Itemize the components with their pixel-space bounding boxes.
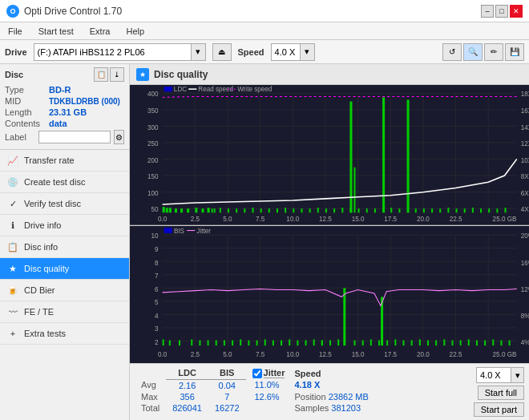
menu-file[interactable]: File (5, 25, 26, 38)
svg-text:12X: 12X (521, 140, 529, 147)
content-area: ★ Disc quality (130, 64, 529, 420)
svg-rect-159 (460, 340, 462, 345)
svg-text:3: 3 (155, 325, 159, 333)
ldc-header: LDC (166, 367, 208, 379)
svg-rect-128 (224, 340, 225, 345)
refresh-icon[interactable]: ↺ (442, 43, 462, 61)
svg-rect-41 (309, 208, 311, 212)
svg-rect-34 (252, 208, 253, 212)
svg-text:10: 10 (151, 232, 159, 240)
disc-section: Disc 📋 ⤓ Type BD-R MID TDKBLDRBB (000) L… (0, 64, 129, 150)
start-full-button[interactable]: Start full (478, 386, 524, 400)
stats-header-row: LDC BIS Jitter Speed (135, 367, 375, 379)
speed-selector[interactable]: 4.0 X ▾ (271, 43, 315, 61)
speed-select-arrow[interactable]: ▾ (511, 368, 523, 382)
speed-label-cell: Speed (288, 367, 374, 379)
svg-rect-51 (407, 100, 410, 213)
sidebar-item-extra-tests[interactable]: + Extra tests (0, 323, 129, 345)
svg-rect-162 (484, 340, 486, 345)
write-icon[interactable]: ✏ (484, 43, 503, 61)
eject-button[interactable]: ⏏ (212, 43, 232, 61)
svg-text:12.5: 12.5 (319, 350, 332, 358)
sidebar-item-label: Disc quality (24, 264, 69, 273)
sidebar-item-disc-info[interactable]: 📋 Disc info (0, 236, 129, 258)
label-input[interactable] (38, 131, 111, 143)
svg-rect-38 (285, 208, 286, 212)
svg-rect-40 (301, 208, 302, 212)
svg-rect-54 (390, 208, 392, 212)
disc-icon-2[interactable]: ⤓ (110, 67, 124, 82)
speed-dropdown-arrow[interactable]: ▾ (300, 44, 314, 60)
svg-rect-121 (163, 339, 164, 345)
jitter-checkbox[interactable] (252, 369, 262, 378)
disc-type-row: Type BD-R (5, 85, 124, 95)
menu-extra[interactable]: Extra (87, 25, 114, 38)
sidebar-item-create-test-disc[interactable]: 💿 Create test disc (0, 172, 129, 193)
sidebar-item-drive-info[interactable]: ℹ Drive info (0, 215, 129, 236)
svg-rect-44 (333, 208, 335, 212)
svg-rect-164 (500, 340, 502, 345)
menu-bar: File Start test Extra Help (0, 22, 529, 40)
svg-rect-65 (488, 208, 490, 212)
toolbar-icons: ↺ 🔍 ✏ 💾 (442, 43, 524, 61)
total-label: Total (135, 402, 166, 414)
svg-text:5: 5 (155, 298, 159, 306)
svg-text:4%: 4% (521, 337, 529, 345)
scan-icon[interactable]: 🔍 (463, 43, 483, 61)
menu-start-test[interactable]: Start test (35, 25, 77, 38)
svg-rect-30 (220, 208, 221, 212)
drive-dropdown-arrow[interactable]: ▾ (191, 44, 205, 60)
mid-value: TDKBLDRBB (000) (49, 97, 120, 106)
sidebar-item-label: Verify test disc (24, 199, 81, 208)
sidebar-item-cd-bier[interactable]: 🍺 CD Bier (0, 280, 129, 301)
empty-jitter-total (246, 402, 289, 414)
maximize-button[interactable]: □ (495, 5, 508, 18)
svg-rect-42 (317, 208, 319, 212)
window-controls: – □ ✕ (481, 5, 523, 18)
sidebar-item-label: CD Bier (24, 285, 55, 295)
svg-rect-67 (505, 208, 507, 212)
svg-rect-53 (374, 208, 376, 212)
transfer-rate-icon: 📈 (6, 154, 19, 167)
svg-rect-163 (492, 339, 494, 345)
svg-rect-28 (212, 208, 213, 212)
svg-rect-122 (169, 340, 171, 345)
svg-rect-141 (343, 288, 345, 345)
svg-text:6: 6 (155, 285, 159, 293)
minimize-button[interactable]: – (481, 5, 494, 18)
disc-quality-header-icon: ★ (136, 68, 149, 81)
max-bis: 7 (208, 391, 246, 402)
close-button[interactable]: ✕ (510, 5, 523, 18)
avg-label: Avg (135, 379, 166, 391)
disc-icon-1[interactable]: 📋 (94, 67, 108, 82)
svg-text:5.0: 5.0 (223, 350, 232, 358)
start-part-button[interactable]: Start part (474, 402, 524, 417)
svg-rect-142 (321, 340, 323, 345)
sidebar-item-disc-quality[interactable]: ★ Disc quality (0, 258, 129, 280)
speed-select-control[interactable]: 4.0 X ▾ (476, 367, 524, 383)
drive-selector[interactable]: (F:) ATAPI iHBS112 2 PL06 ▾ (34, 43, 206, 61)
menu-help[interactable]: Help (123, 25, 147, 38)
svg-text:2.5: 2.5 (191, 350, 200, 358)
svg-rect-158 (451, 340, 453, 345)
svg-rect-123 (179, 340, 180, 345)
svg-rect-147 (370, 339, 372, 345)
save-icon[interactable]: 💾 (505, 43, 524, 61)
svg-text:10.0: 10.0 (286, 216, 299, 223)
type-value: BD-R (49, 85, 71, 95)
mid-label: MID (5, 96, 49, 106)
max-ldc: 356 (166, 391, 208, 402)
svg-rect-60 (447, 208, 449, 212)
label-set-button[interactable]: ⚙ (114, 130, 124, 144)
sidebar-item-label: Create test disc (24, 177, 85, 187)
label-label: Label (5, 132, 35, 142)
svg-rect-45 (341, 208, 343, 212)
svg-rect-52 (366, 208, 368, 212)
total-ldc: 826041 (166, 402, 208, 414)
sidebar-item-fe-te[interactable]: 〰 FE / TE (0, 301, 129, 323)
jitter-checkbox-row: Jitter (252, 368, 285, 378)
empty-cell (135, 367, 166, 379)
svg-rect-22 (175, 208, 177, 212)
sidebar-item-transfer-rate[interactable]: 📈 Transfer rate (0, 150, 129, 172)
sidebar-item-verify-test-disc[interactable]: ✓ Verify test disc (0, 193, 129, 215)
